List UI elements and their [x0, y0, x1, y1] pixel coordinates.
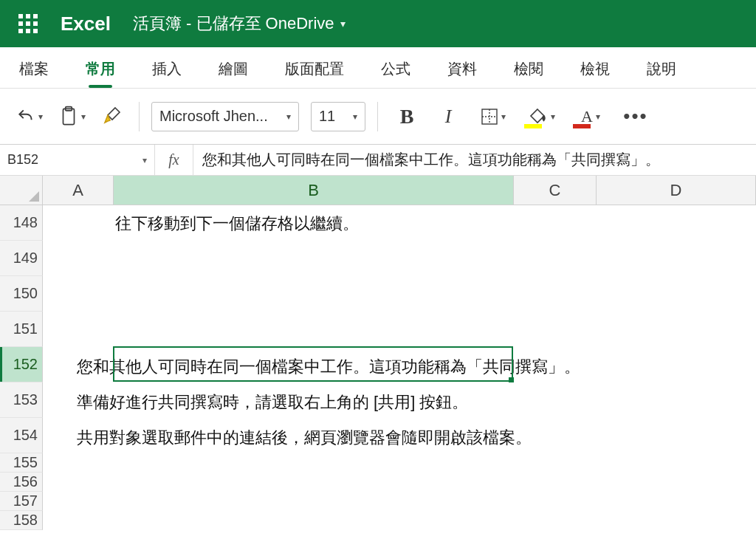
title-bar: Excel 活頁簿 - 已儲存至 OneDrive ▾ [0, 0, 756, 47]
tab-data[interactable]: 資料 [444, 59, 480, 88]
font-size-value: 11 [319, 108, 335, 125]
chevron-down-icon: ▾ [286, 111, 291, 122]
fill-color-swatch [524, 124, 542, 128]
fill-color-button[interactable]: ▾ [521, 100, 563, 133]
rows-area: 148 149 150 151 152 153 154 155 156 157 … [0, 205, 756, 530]
chevron-down-icon: ▾ [38, 111, 43, 122]
tab-formulas[interactable]: 公式 [378, 59, 413, 88]
cells-row-148[interactable] [43, 205, 756, 241]
undo-button[interactable]: ▾ [12, 100, 47, 133]
row-header-148[interactable]: 148 [0, 205, 43, 241]
chevron-down-icon: ▾ [340, 18, 346, 30]
tab-page-layout[interactable]: 版面配置 [282, 59, 347, 88]
ribbon-toolbar: ▾ ▾ Microsoft Jhen... ▾ 11 ▾ B I ▾ ▾ [0, 89, 756, 145]
chevron-down-icon: ▾ [551, 111, 555, 122]
tab-insert[interactable]: 插入 [149, 59, 185, 88]
italic-button[interactable]: I [431, 100, 465, 133]
spreadsheet: A B C D 148 149 150 151 152 153 154 155 … [0, 176, 756, 530]
tab-draw[interactable]: 繪圖 [216, 59, 251, 88]
font-color-swatch [573, 124, 591, 128]
cells-row-157[interactable] [43, 492, 756, 511]
formula-bar: B152 ▾ fx 您和其他人可同時在同一個檔案中工作。這項功能稱為「共同撰寫」… [0, 145, 756, 176]
chevron-down-icon: ▾ [81, 111, 86, 122]
row-header-149[interactable]: 149 [0, 241, 43, 276]
name-box[interactable]: B152 ▾ [0, 145, 155, 175]
row-header-156[interactable]: 156 [0, 473, 43, 492]
cells-row-156[interactable] [43, 473, 756, 492]
column-header-D[interactable]: D [597, 176, 756, 205]
column-headers: A B C D [0, 176, 756, 205]
italic-icon: I [445, 106, 452, 128]
chevron-down-icon: ▾ [142, 155, 147, 165]
tab-help[interactable]: 說明 [644, 59, 679, 88]
row-header-153[interactable]: 153 [0, 382, 43, 418]
waffle-icon [18, 14, 38, 33]
paintbrush-icon [102, 106, 123, 128]
tab-review[interactable]: 檢閱 [511, 59, 546, 88]
tab-file[interactable]: 檔案 [16, 59, 52, 88]
font-family-select[interactable]: Microsoft Jhen... ▾ [151, 102, 299, 131]
name-box-value: B152 [7, 152, 38, 168]
chevron-down-icon: ▾ [501, 111, 506, 122]
cells-row-155[interactable] [43, 453, 756, 473]
undo-icon [16, 107, 35, 126]
bold-button[interactable]: B [390, 100, 424, 133]
cells-row-158[interactable] [43, 511, 756, 530]
row-header-155[interactable]: 155 [0, 453, 43, 473]
paste-button[interactable]: ▾ [55, 100, 90, 133]
font-size-select[interactable]: 11 ▾ [311, 102, 365, 131]
row-header-152[interactable]: 152 [0, 347, 43, 382]
column-header-C[interactable]: C [514, 176, 597, 205]
chevron-down-icon: ▾ [353, 111, 357, 122]
formula-bar-input[interactable]: 您和其他人可同時在同一個檔案中工作。這項功能稱為「共同撰寫」。 [193, 145, 756, 175]
clipboard-icon [59, 106, 78, 128]
chevron-down-icon: ▾ [596, 111, 600, 122]
cells-row-149[interactable] [43, 241, 756, 276]
column-header-A[interactable]: A [43, 176, 114, 205]
document-title-button[interactable]: 活頁簿 - 已儲存至 OneDrive ▾ [133, 13, 346, 35]
app-name: Excel [61, 13, 111, 35]
row-header-158[interactable]: 158 [0, 511, 43, 530]
row-header-151[interactable]: 151 [0, 312, 43, 347]
cells-row-153[interactable] [43, 382, 756, 418]
ribbon-tabs: 檔案 常用 插入 繪圖 版面配置 公式 資料 檢閱 檢視 說明 [0, 47, 756, 89]
cells-row-151[interactable] [43, 312, 756, 347]
borders-button[interactable]: ▾ [472, 100, 514, 133]
ellipsis-icon: ••• [623, 105, 647, 128]
cells-row-150[interactable] [43, 276, 756, 312]
font-family-value: Microsoft Jhen... [159, 108, 268, 125]
app-launcher-button[interactable] [13, 9, 43, 38]
select-all-corner[interactable] [0, 176, 43, 205]
more-commands-button[interactable]: ••• [619, 100, 653, 133]
row-header-150[interactable]: 150 [0, 276, 43, 312]
tab-home[interactable]: 常用 [83, 59, 118, 88]
separator [377, 102, 378, 131]
font-color-button[interactable]: A ▾ [570, 100, 611, 133]
fx-label[interactable]: fx [155, 145, 193, 175]
format-painter-button[interactable] [97, 100, 127, 133]
document-title-text: 活頁簿 - 已儲存至 OneDrive [133, 13, 334, 35]
cells-row-152[interactable] [43, 347, 756, 382]
column-header-B[interactable]: B [114, 176, 514, 205]
row-header-157[interactable]: 157 [0, 492, 43, 511]
borders-icon [481, 108, 498, 126]
cells-row-154[interactable] [43, 418, 756, 453]
row-header-154[interactable]: 154 [0, 418, 43, 453]
tab-view[interactable]: 檢視 [577, 59, 613, 88]
separator [139, 102, 140, 131]
bold-icon: B [400, 105, 414, 128]
